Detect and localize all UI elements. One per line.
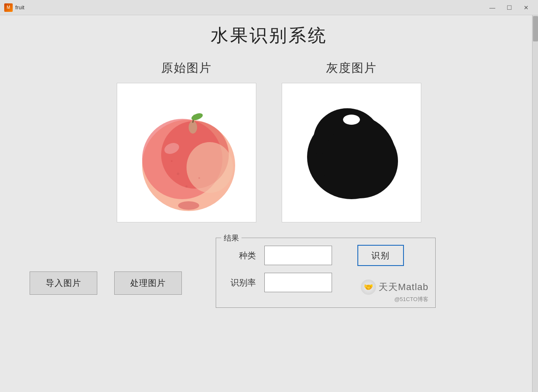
maximize-button[interactable]: ☐ — [502, 2, 517, 14]
app-icon: M — [4, 3, 13, 12]
grayscale-label: 灰度图片 — [326, 60, 377, 76]
bottom-section: 导入图片 处理图片 结果 种类 识别 识别率 🤝 天天Matlab — [13, 238, 525, 308]
app-title: fruit — [15, 4, 25, 11]
brand-name: 天天Matlab — [379, 281, 428, 293]
peach-svg — [127, 93, 246, 212]
svg-point-4 — [187, 142, 233, 193]
results-legend-label: 结果 — [221, 233, 242, 243]
identify-button[interactable]: 识别 — [357, 245, 404, 266]
watermark: 🤝 天天Matlab @51CTO博客 — [361, 280, 428, 303]
import-button[interactable]: 导入图片 — [30, 271, 97, 295]
rate-input[interactable] — [264, 273, 332, 292]
grayscale-panel: 灰度图片 — [282, 60, 421, 222]
process-button[interactable]: 处理图片 — [114, 271, 182, 295]
minimize-button[interactable]: — — [485, 2, 500, 14]
grayscale-svg — [296, 98, 406, 208]
species-label: 种类 — [226, 250, 256, 261]
svg-point-18 — [343, 115, 360, 125]
svg-point-6 — [189, 121, 197, 134]
original-image-box — [117, 83, 256, 222]
species-input[interactable] — [264, 246, 332, 265]
svg-point-11 — [186, 186, 188, 188]
main-content: 水果识别系统 原始图片 — [0, 15, 538, 316]
page-title: 水果识别系统 — [13, 24, 525, 47]
watermark-sub: @51CTO博客 — [361, 296, 428, 303]
results-panel: 结果 种类 识别 识别率 🤝 天天Matlab @51CTO博客 — [216, 238, 436, 308]
svg-point-9 — [177, 173, 179, 175]
svg-point-17 — [322, 124, 398, 198]
svg-point-5 — [178, 201, 199, 210]
species-row: 种类 识别 — [226, 245, 425, 266]
rate-label: 识别率 — [226, 277, 256, 288]
window-controls: — ☐ ✕ — [485, 2, 534, 14]
panels-row: 原始图片 — [13, 60, 525, 222]
svg-point-12 — [171, 160, 173, 162]
matlab-icon: 🤝 — [361, 280, 376, 295]
close-button[interactable]: ✕ — [519, 2, 534, 14]
watermark-logo: 🤝 天天Matlab — [361, 280, 428, 295]
title-bar-left: M fruit — [4, 3, 25, 12]
original-label: 原始图片 — [161, 60, 212, 76]
original-panel: 原始图片 — [117, 60, 256, 222]
title-bar: M fruit — ☐ ✕ — [0, 0, 538, 15]
grayscale-image-box — [282, 83, 421, 222]
svg-point-10 — [198, 177, 200, 179]
buttons-row: 导入图片 处理图片 — [30, 271, 190, 295]
